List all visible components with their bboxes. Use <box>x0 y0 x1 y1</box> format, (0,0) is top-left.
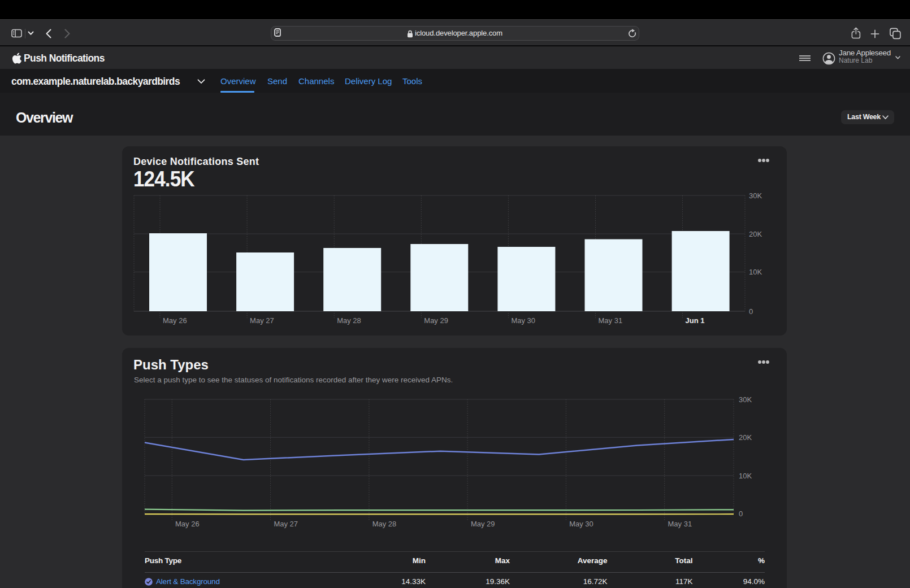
svg-text:10K: 10K <box>739 472 752 480</box>
svg-text:May 26: May 26 <box>175 520 200 528</box>
svg-text:30K: 30K <box>749 191 762 200</box>
svg-text:0: 0 <box>749 307 753 316</box>
svg-text:May 29: May 29 <box>471 520 495 528</box>
svg-text:May 26: May 26 <box>163 316 187 325</box>
svg-text:May 30: May 30 <box>569 520 593 528</box>
svg-text:10K: 10K <box>749 268 762 276</box>
svg-text:May 30: May 30 <box>511 316 535 325</box>
svg-text:20K: 20K <box>739 433 752 442</box>
svg-text:0: 0 <box>739 509 743 518</box>
svg-text:May 28: May 28 <box>372 520 397 528</box>
svg-text:May 31: May 31 <box>599 316 623 325</box>
svg-text:May 27: May 27 <box>274 520 298 528</box>
svg-text:May 31: May 31 <box>668 520 692 528</box>
svg-text:May 28: May 28 <box>337 316 361 325</box>
svg-text:Jun 1: Jun 1 <box>686 316 705 325</box>
svg-text:20K: 20K <box>749 230 762 238</box>
svg-text:30K: 30K <box>739 395 752 404</box>
svg-text:May 27: May 27 <box>250 316 274 325</box>
svg-text:May 29: May 29 <box>424 316 448 325</box>
